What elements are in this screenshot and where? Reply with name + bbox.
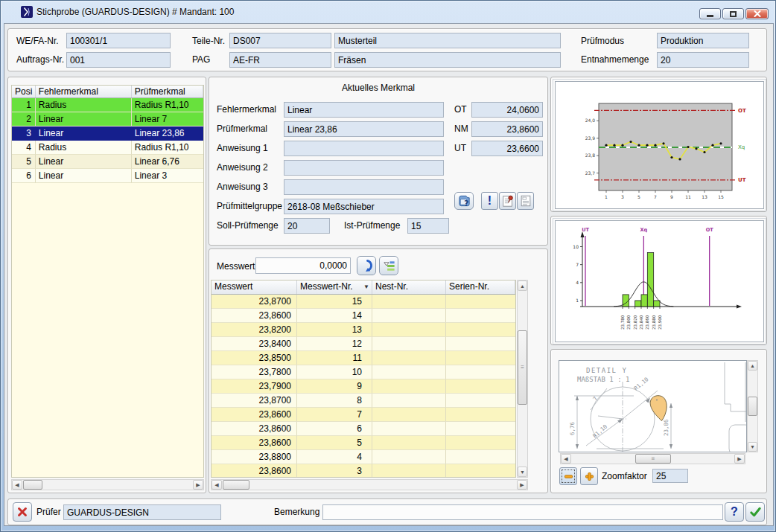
pag-name-field[interactable] xyxy=(334,52,561,68)
messwert-nr-column-header[interactable]: Messwert-Nr. ▼ xyxy=(297,281,372,294)
serien-nr-column-header[interactable]: Serien-Nr. xyxy=(446,281,515,294)
entnahmemenge-field[interactable] xyxy=(657,52,749,68)
measurement-row[interactable]: 23,87008 xyxy=(212,394,515,408)
nm-field[interactable] xyxy=(471,121,543,137)
measurement-row[interactable]: 23,860014 xyxy=(212,309,515,323)
pruefer-field[interactable] xyxy=(63,504,221,520)
accept-value-button[interactable] xyxy=(357,256,376,275)
messwert-cell: 23,8600 xyxy=(212,464,297,478)
wefa-label: WE/FA-Nr. xyxy=(16,36,59,46)
measurement-row[interactable]: 23,86003 xyxy=(212,464,515,478)
drawing-vscrollbar[interactable]: ▲ ▼ xyxy=(747,360,758,452)
ist-pruefmenge-field[interactable] xyxy=(407,218,449,234)
anweisung1-field[interactable] xyxy=(284,141,444,156)
wefa-field[interactable] xyxy=(66,33,171,48)
measurement-row[interactable]: 23,79009 xyxy=(212,379,515,394)
ot-field[interactable] xyxy=(471,102,543,118)
nest-nr-cell xyxy=(372,365,446,379)
pruefmittel-info-button[interactable]: ? xyxy=(454,192,474,210)
value-list-button[interactable] xyxy=(379,256,398,275)
bemerkung-field[interactable] xyxy=(322,504,723,520)
maximize-button[interactable] xyxy=(722,8,744,19)
scroll-right-button[interactable]: ▶ xyxy=(517,480,527,490)
attachment-note-button[interactable] xyxy=(499,192,516,210)
measurement-row[interactable]: 23,86006 xyxy=(212,422,515,436)
ut-field[interactable] xyxy=(471,141,543,156)
measurement-row[interactable]: 23,870015 xyxy=(212,295,515,309)
zoom-in-button[interactable] xyxy=(580,467,598,485)
posi-column-header[interactable]: Posi xyxy=(12,86,36,97)
anweisung3-field[interactable] xyxy=(284,179,444,195)
zoom-out-button[interactable] xyxy=(559,467,577,485)
measurements-hscroll-thumb[interactable] xyxy=(223,480,249,490)
messwert-column-header[interactable]: Messwert xyxy=(212,281,297,294)
document-pin-icon xyxy=(501,194,515,208)
measurement-row[interactable]: 23,86007 xyxy=(212,408,515,422)
feature-row[interactable]: 1RadiusRadius R1,10 xyxy=(12,98,203,112)
scroll-left-button[interactable]: ◀ xyxy=(12,480,22,490)
feature-row[interactable]: 6LinearLinear 3 xyxy=(12,169,203,183)
measurement-row[interactable]: 23,820013 xyxy=(212,323,515,337)
zoomfaktor-field[interactable] xyxy=(652,469,688,483)
feature-row[interactable]: 5LinearLinear 6,76 xyxy=(12,155,203,169)
scroll-down-button[interactable]: ▼ xyxy=(518,467,527,477)
feature-row[interactable]: 2LinearLinear 7 xyxy=(12,112,203,126)
messwert-entry-field[interactable] xyxy=(255,257,351,274)
pag-field[interactable] xyxy=(229,52,331,68)
messwert-nr-cell: 11 xyxy=(297,351,372,365)
minimize-button[interactable] xyxy=(699,8,721,19)
pruefmerkmal-column-header[interactable]: Prüfmerkmal xyxy=(132,86,203,97)
drawing-canvas[interactable]: DETAIL Y MAßSTAB 1 : 1 6,76 23,86 R1,10 … xyxy=(559,360,747,452)
panel-title: Aktuelles Merkmal xyxy=(209,83,547,93)
run-chart: 24,023,923,823,713579111315OTUTXq xyxy=(556,82,763,208)
feature-row[interactable]: 4RadiusRadius R1,10 xyxy=(12,141,203,155)
messwert-panel: Messwert Messwert xyxy=(209,249,548,493)
cancel-button[interactable] xyxy=(13,502,32,522)
pruefmittelgruppe-field[interactable] xyxy=(284,199,444,214)
anweisung3-label: Anweisung 3 xyxy=(217,182,268,192)
svg-text:23,8: 23,8 xyxy=(585,153,596,158)
teile-name-field[interactable] xyxy=(334,33,561,48)
serien-nr-cell xyxy=(446,365,515,379)
svg-text:UT: UT xyxy=(582,227,589,233)
soll-pruefmenge-field[interactable] xyxy=(284,218,330,234)
scroll-up-button[interactable]: ▲ xyxy=(748,361,757,371)
nest-nr-column-header[interactable]: Nest-Nr. xyxy=(372,281,446,294)
scroll-left-button[interactable]: ◀ xyxy=(212,480,222,490)
drawing-hscrollbar[interactable]: ◀ ≡ ▶ xyxy=(560,453,745,464)
features-hscrollbar[interactable]: ◀ ▶ xyxy=(11,479,204,490)
scroll-left-button[interactable]: ◀ xyxy=(561,454,571,464)
close-button[interactable] xyxy=(745,8,769,19)
measurement-row[interactable]: 23,86005 xyxy=(212,436,515,450)
anweisung2-field[interactable] xyxy=(284,160,444,176)
scroll-up-button[interactable]: ▲ xyxy=(518,281,527,291)
svg-text:23,9: 23,9 xyxy=(585,135,596,141)
measurement-row[interactable]: 23,850011 xyxy=(212,351,515,365)
drawing-vscroll-thumb[interactable] xyxy=(748,397,757,416)
drawing-hscroll-thumb[interactable]: ≡ xyxy=(635,454,671,464)
confirm-button[interactable] xyxy=(745,502,765,522)
measurement-row[interactable]: 23,780010 xyxy=(212,365,515,379)
measurements-vscroll-thumb[interactable]: ≡ xyxy=(518,330,527,405)
help-button[interactable]: ? xyxy=(725,502,744,522)
fehlermerkmal-column-header[interactable]: Fehlermerkmal xyxy=(36,86,132,97)
scroll-right-button[interactable]: ▶ xyxy=(734,454,745,464)
auftrag-field[interactable] xyxy=(66,52,171,68)
measurements-hscrollbar[interactable]: ◀ ▶ xyxy=(211,479,528,490)
fehlermerkmal-field[interactable] xyxy=(284,102,444,118)
pruefmodus-field[interactable] xyxy=(657,33,749,48)
feature-row[interactable]: 3LinearLinear 23,86 xyxy=(12,126,203,141)
scroll-right-button[interactable]: ▶ xyxy=(193,480,203,490)
serien-nr-cell xyxy=(446,464,515,478)
measurement-row[interactable]: 23,840012 xyxy=(212,337,515,351)
protocol-button[interactable] xyxy=(517,192,534,210)
alarm-button[interactable]: ! xyxy=(481,192,498,210)
measurements-vscrollbar[interactable]: ▲ ≡ ▼ xyxy=(517,280,528,478)
title-bar: Stichprobe (GUARDUS-DESIGN) # Mandant: 1… xyxy=(1,1,775,23)
pruefmerkmal-field[interactable] xyxy=(284,121,444,137)
svg-text:13: 13 xyxy=(702,194,707,199)
features-hscroll-thumb[interactable] xyxy=(23,480,42,490)
measurement-row[interactable]: 23,88004 xyxy=(212,450,515,464)
teile-field[interactable] xyxy=(229,33,331,48)
scroll-down-button[interactable]: ▼ xyxy=(748,442,757,452)
